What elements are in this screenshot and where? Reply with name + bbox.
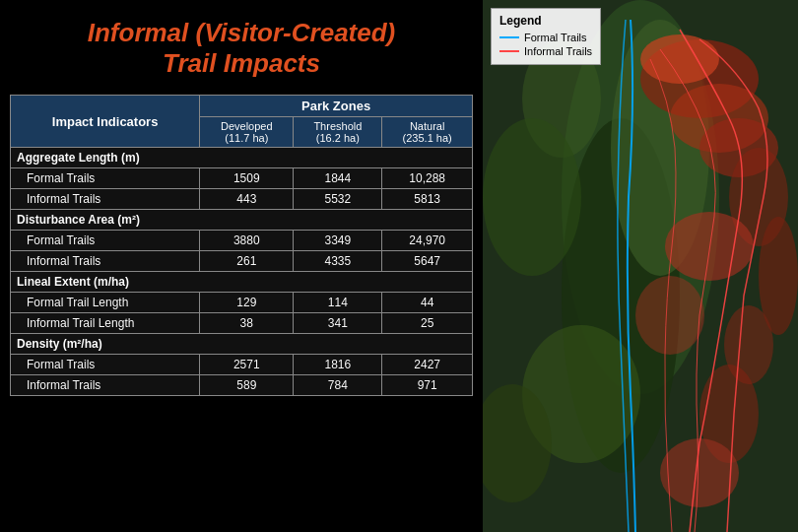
col-natural: Natural (235.1 ha): [382, 117, 473, 148]
category-label: Aggregate Length (m): [11, 148, 473, 168]
category-row: Aggregate Length (m): [11, 148, 473, 168]
map-svg: [483, 0, 798, 532]
informal-trail-line-icon: [499, 50, 519, 52]
row-value: 4335: [294, 251, 382, 272]
row-value: 2571: [200, 355, 294, 375]
map-image: [483, 0, 798, 532]
row-value: 38: [200, 313, 294, 334]
category-row: Disturbance Area (m²): [11, 210, 473, 231]
left-panel: Informal (Visitor-Created) Trail Impacts…: [0, 0, 483, 532]
row-value: 10,288: [382, 168, 473, 189]
formal-trail-line-icon: [499, 36, 519, 38]
row-value: 114: [294, 293, 382, 313]
row-value: 971: [382, 375, 473, 396]
row-value: 3349: [294, 231, 382, 251]
svg-point-12: [759, 217, 798, 335]
legend-title: Legend: [499, 14, 592, 28]
row-value: 341: [294, 313, 382, 334]
table-row: Informal Trails589784971: [11, 375, 473, 396]
row-label: Formal Trails: [11, 355, 200, 375]
legend-box: Legend Formal Trails Informal Trails: [491, 8, 601, 65]
col-threshold: Threshold (16.2 ha): [294, 117, 382, 148]
row-label: Formal Trails: [11, 168, 200, 189]
row-value: 1816: [294, 355, 382, 375]
category-label: Lineal Extent (m/ha): [11, 272, 473, 293]
legend-informal-item: Informal Trails: [499, 45, 592, 57]
row-value: 2427: [382, 355, 473, 375]
table-row: Informal Trail Length3834125: [11, 313, 473, 334]
row-label: Informal Trails: [11, 375, 200, 396]
row-value: 5532: [294, 189, 382, 210]
svg-point-16: [483, 118, 581, 276]
row-value: 5647: [382, 251, 473, 272]
table-row: Informal Trails44355325813: [11, 189, 473, 210]
row-value: 1844: [294, 168, 382, 189]
svg-point-10: [635, 276, 704, 355]
col-developed: Developed (11.7 ha): [200, 117, 294, 148]
row-value: 44: [382, 293, 473, 313]
row-value: 24,970: [382, 231, 473, 251]
title-section: Informal (Visitor-Created) Trail Impacts: [10, 18, 473, 79]
category-row: Density (m²/ha): [11, 334, 473, 355]
row-value: 443: [200, 189, 294, 210]
park-zones-header: Park Zones: [200, 96, 473, 117]
category-label: Disturbance Area (m²): [11, 210, 473, 231]
row-value: 3880: [200, 231, 294, 251]
legend-formal-item: Formal Trails: [499, 32, 592, 43]
svg-point-9: [665, 212, 754, 281]
category-label: Density (m²/ha): [11, 334, 473, 355]
table-row: Informal Trails26143355647: [11, 251, 473, 272]
row-label: Formal Trail Length: [11, 293, 200, 313]
table-row: Formal Trail Length12911444: [11, 293, 473, 313]
row-label: Formal Trails: [11, 231, 200, 251]
right-panel: Legend Formal Trails Informal Trails: [483, 0, 798, 532]
data-table: Impact Indicators Park Zones Developed (…: [10, 95, 473, 396]
title-line1: Informal (Visitor-Created): [10, 18, 473, 48]
header-row: Impact Indicators Park Zones: [11, 96, 473, 117]
row-value: 5813: [382, 189, 473, 210]
table-row: Formal Trails1509184410,288: [11, 168, 473, 189]
row-value: 784: [294, 375, 382, 396]
row-value: 589: [200, 375, 294, 396]
title-line2: Trail Impacts: [10, 48, 473, 79]
row-label: Informal Trails: [11, 189, 200, 210]
row-label: Informal Trails: [11, 251, 200, 272]
row-label: Informal Trail Length: [11, 313, 200, 334]
row-value: 129: [200, 293, 294, 313]
legend-formal-label: Formal Trails: [524, 32, 587, 43]
table-row: Formal Trails3880334924,970: [11, 231, 473, 251]
category-row: Lineal Extent (m/ha): [11, 272, 473, 293]
row-value: 261: [200, 251, 294, 272]
row-value: 1509: [200, 168, 294, 189]
table-row: Formal Trails257118162427: [11, 355, 473, 375]
row-value: 25: [382, 313, 473, 334]
impact-indicators-header: Impact Indicators: [11, 96, 200, 148]
legend-informal-label: Informal Trails: [524, 45, 592, 57]
